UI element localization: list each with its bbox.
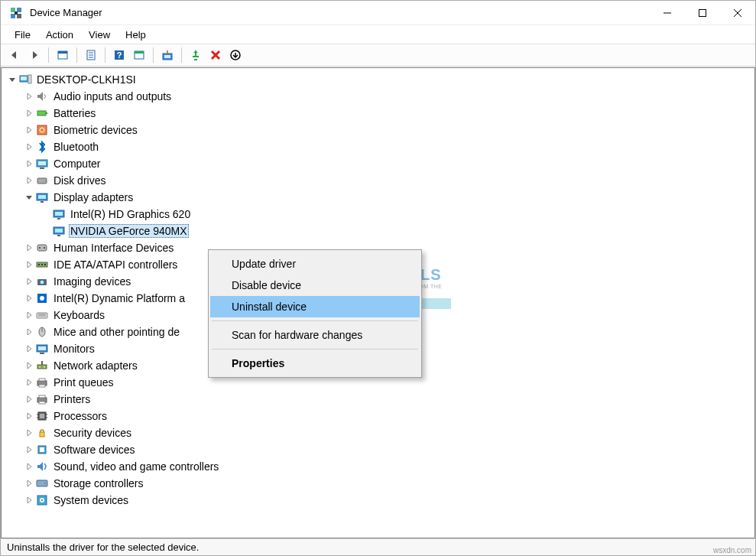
tree-label: Intel(R) HD Graphics 620 [69, 208, 192, 220]
tree-category-sound[interactable]: Sound, video and game controllers [2, 458, 754, 475]
expand-icon[interactable] [23, 141, 35, 153]
tree-category-security[interactable]: Security devices [2, 424, 754, 441]
tree-category-system[interactable]: System devices [2, 492, 754, 509]
svg-rect-33 [38, 161, 46, 165]
menu-view[interactable]: View [81, 28, 118, 42]
intel-icon [35, 291, 49, 305]
software-icon [35, 443, 49, 457]
tree-label: Intel(R) Dynamic Platform a [52, 292, 187, 304]
status-text: Uninstalls the driver for the selected d… [7, 541, 199, 553]
security-icon [35, 426, 49, 440]
close-button[interactable] [720, 2, 755, 24]
expand-icon[interactable] [23, 275, 35, 288]
tree-label: Sound, video and game controllers [52, 460, 220, 473]
expand-icon[interactable] [23, 376, 35, 389]
display-icon [35, 190, 49, 204]
tree-category-printer[interactable]: Printers [2, 391, 754, 408]
update-button[interactable] [226, 46, 245, 64]
context-menu-item[interactable]: Disable device [210, 275, 420, 296]
menu-file[interactable]: File [7, 28, 38, 42]
tree-label: Monitors [52, 343, 96, 355]
help-button[interactable]: ? [110, 46, 128, 64]
tree-category-speaker[interactable]: Audio inputs and outputs [2, 88, 754, 105]
ide-icon [35, 258, 49, 271]
disk-icon [35, 174, 49, 187]
tree-category-bluetooth[interactable]: Bluetooth [2, 138, 754, 155]
expand-icon[interactable] [23, 107, 35, 119]
sound-icon [35, 460, 49, 473]
tree-label: Network adapters [52, 359, 139, 372]
svg-rect-67 [44, 366, 45, 368]
show-hidden-button[interactable] [54, 46, 72, 64]
expand-icon[interactable] [23, 90, 35, 102]
expand-icon[interactable] [40, 225, 52, 237]
svg-rect-46 [37, 245, 47, 251]
svg-rect-42 [57, 218, 60, 219]
tree-label: System devices [52, 494, 130, 506]
window-title: Device Manager [30, 7, 650, 18]
context-menu-item[interactable]: Properties [210, 353, 420, 374]
expand-icon[interactable] [23, 460, 35, 473]
tree-category-cpu[interactable]: Processors [2, 408, 754, 424]
expand-icon[interactable] [23, 174, 35, 187]
tree-category-battery[interactable]: Batteries [2, 105, 754, 122]
svg-rect-63 [38, 346, 46, 350]
context-menu-item[interactable]: Scan for hardware changes [210, 324, 420, 346]
expand-icon[interactable] [23, 444, 35, 456]
svg-rect-64 [40, 353, 44, 354]
expand-icon[interactable] [23, 494, 35, 506]
menu-help[interactable]: Help [118, 28, 154, 42]
svg-rect-29 [46, 112, 47, 114]
tree-root-node[interactable]: DESKTOP-CLKH1SI [2, 71, 754, 88]
expand-icon[interactable] [23, 258, 35, 271]
svg-rect-34 [40, 167, 44, 169]
svg-rect-81 [40, 432, 44, 437]
expand-icon[interactable] [23, 326, 35, 338]
titlebar: Device Manager [1, 1, 755, 25]
back-button[interactable] [5, 46, 24, 64]
tree-label: Bluetooth [52, 141, 100, 153]
network-icon [35, 359, 49, 372]
expand-icon[interactable] [23, 427, 35, 439]
uninstall-button[interactable] [206, 46, 225, 64]
action-button[interactable] [130, 46, 148, 64]
expand-icon[interactable] [23, 158, 35, 170]
expand-icon[interactable] [6, 73, 18, 86]
context-menu-item[interactable]: Update driver [210, 253, 420, 275]
tree-category-display[interactable]: Display adapters [2, 189, 754, 206]
printer-icon [35, 376, 49, 389]
svg-rect-18 [135, 51, 144, 54]
tree-category-computer[interactable]: Computer [2, 155, 754, 172]
speaker-icon [35, 89, 49, 103]
enable-button[interactable] [187, 46, 205, 64]
tree-device[interactable]: NVIDIA GeForce 940MX [2, 223, 754, 239]
context-menu-item[interactable]: Uninstall device [210, 296, 420, 317]
forward-button[interactable] [25, 46, 44, 64]
biometric-icon [35, 123, 49, 137]
expand-icon[interactable] [40, 208, 52, 220]
tree-category-storage[interactable]: Storage controllers [2, 475, 754, 492]
properties-button[interactable] [82, 46, 100, 64]
tree-category-biometric[interactable]: Biometric devices [2, 122, 754, 138]
menu-action[interactable]: Action [38, 28, 81, 42]
svg-rect-30 [37, 125, 47, 135]
expand-icon[interactable] [23, 242, 35, 254]
expand-icon[interactable] [23, 393, 35, 405]
expand-icon[interactable] [23, 124, 35, 136]
tree-category-disk[interactable]: Disk drives [2, 172, 754, 189]
expand-icon[interactable] [23, 410, 35, 422]
tree-category-software[interactable]: Software devices [2, 441, 754, 458]
svg-rect-6 [699, 9, 706, 16]
expand-icon[interactable] [23, 292, 35, 304]
expand-icon[interactable] [23, 343, 35, 355]
tree-device[interactable]: Intel(R) HD Graphics 620 [2, 206, 754, 223]
expand-icon[interactable] [23, 477, 35, 489]
expand-icon[interactable] [23, 309, 35, 321]
minimize-button[interactable] [650, 2, 685, 24]
context-menu: Update driverDisable deviceUninstall dev… [208, 249, 422, 378]
expand-icon[interactable] [23, 191, 35, 203]
scan-button[interactable] [158, 46, 177, 64]
svg-rect-41 [55, 212, 63, 216]
expand-icon[interactable] [23, 359, 35, 372]
maximize-button[interactable] [685, 2, 720, 24]
